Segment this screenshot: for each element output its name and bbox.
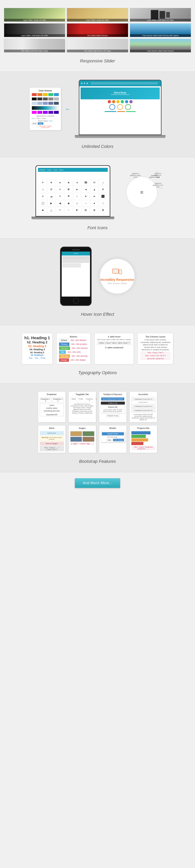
swatch[interactable]: [54, 111, 59, 114]
bootstrap-accordion-box: Accordion Collapsible Group Item #1 Cont…: [129, 392, 157, 422]
popover-header: Popover title: [102, 406, 124, 408]
slider-thumb-8[interactable]: Flex Slider:Right Word Left Image: [67, 39, 128, 53]
dropdown-something[interactable]: Something else here: [40, 409, 64, 412]
slider-thumb-1[interactable]: Layer Slider: simple 2D slider: [4, 8, 65, 22]
popover-trigger[interactable]: Popover on top: [106, 414, 119, 417]
nav-dot-2: [84, 83, 85, 84]
dropdown-2[interactable]: Dropdown 2 ▾: [52, 398, 64, 403]
tab-bar: Home Profile Dropdown ▾ ▾: [70, 398, 94, 402]
swatch[interactable]: [54, 102, 59, 105]
swatch[interactable]: [48, 97, 53, 100]
link-two[interactable]: Two: [35, 357, 38, 359]
swatch[interactable]: [37, 102, 42, 105]
image-thumb-3: [70, 437, 82, 442]
image-thumb-1: [70, 431, 82, 436]
swatch[interactable]: [54, 93, 59, 96]
swatch[interactable]: [43, 97, 48, 100]
screen-body: Retina Ready A beautiful & functional th…: [79, 86, 161, 134]
search-option-label: Search Option: Clear: [32, 120, 59, 122]
swatch[interactable]: [43, 111, 48, 114]
default-button[interactable]: Default: [59, 339, 69, 342]
icon-cell: ✦: [39, 179, 47, 186]
slider-thumb-4[interactable]: Layer Slider: multi layers 3D slider: [4, 23, 65, 37]
dropdown-separated[interactable]: Separated link: [40, 413, 64, 416]
clear-link[interactable]: Clear: [49, 120, 52, 122]
two-cols-text: Lorem ipsum dolor sit amet, consectetur …: [140, 339, 170, 351]
apply-button[interactable]: Apply: [38, 122, 43, 125]
tab-extra[interactable]: ▾: [94, 398, 98, 402]
swatch[interactable]: [37, 111, 42, 114]
swatch[interactable]: [48, 93, 53, 96]
swatch[interactable]: [32, 93, 37, 96]
slider-thumb-2[interactable]: Layer Slider: simple 3D slider: [67, 8, 128, 22]
dropdown-action[interactable]: Action: [40, 404, 64, 407]
modal-body: One fine body...: [102, 436, 124, 438]
screen-circle-orange: [117, 104, 123, 110]
striped-bar-blue: [131, 431, 151, 434]
font-icons-section: UNIQUE Home Icons About ✦ ★ ♠ ♣ ♦ ☎ ✉: [0, 157, 195, 238]
alert-code: <div class="..." class="btn">: [44, 447, 59, 451]
info-button[interactable]: Info: [59, 350, 66, 354]
dropdown-1[interactable]: Dropdown 1 ▾: [40, 398, 51, 403]
reset-button[interactable]: Reset: [32, 122, 37, 125]
cta-button[interactable]: And Much More...: [75, 478, 120, 488]
slider-thumb-6[interactable]: Trans banner slider:Fade Pictures with c…: [130, 23, 191, 37]
slider-thumb-5[interactable]: Flex Slider:Slider Pictures: [67, 23, 128, 37]
slider-thumb-9[interactable]: Trans banner slider:Fade Pictures: [130, 39, 191, 53]
link-three[interactable]: Three: [40, 357, 45, 359]
danger-button[interactable]: Danger: [59, 359, 69, 362]
logo-text: UNIQUE: [39, 169, 45, 171]
swatch[interactable]: [48, 111, 53, 114]
popover-sim: Popover title Lorem ipsum dolor sit amet…: [101, 405, 125, 413]
tab-sep-1: |: [35, 118, 36, 119]
bootstrap-tooltip-box: Tooltips & Popovers you probably haven't…: [99, 392, 127, 422]
accordion-header-3[interactable]: Collapsible Group Item #3: [131, 409, 155, 412]
swatch[interactable]: [32, 111, 37, 114]
swatch[interactable]: [32, 97, 37, 100]
alert-warning: Warning! Lorem ipsum dolor sit amet.: [40, 436, 64, 441]
accordion-header-2[interactable]: Collapsible Group Item #2: [131, 405, 155, 408]
warning-button[interactable]: Warning: [59, 354, 70, 358]
icon-cell: ◄: [82, 186, 90, 192]
link-one[interactable]: One: [29, 357, 33, 359]
phone-line-3: [62, 262, 89, 262]
slider-thumb-3[interactable]: Layer Slider: multi layers 2D slider: [130, 8, 191, 22]
modal-save-button[interactable]: Save changes: [113, 439, 124, 441]
phone-speaker: [72, 249, 80, 250]
swatch[interactable]: [43, 102, 48, 105]
swatch[interactable]: [43, 93, 48, 96]
color-circle-yellow: [116, 100, 120, 103]
slider-thumb-7[interactable]: Flex Slider:Left Word Right Image: [4, 39, 65, 53]
dropdown-another[interactable]: Another action: [40, 407, 64, 409]
screen-hero-title: Retina Ready: [111, 92, 129, 94]
screen-circle-blue: [109, 104, 115, 110]
phone-home-button[interactable]: [73, 298, 79, 304]
success-button[interactable]: Success: [59, 346, 70, 350]
modal-close-button[interactable]: Close: [106, 439, 112, 441]
tab-two-link[interactable]: Two: [37, 118, 40, 119]
swatch[interactable]: [32, 102, 37, 105]
color-options-label: Appearance & Customize: [32, 115, 59, 117]
primary-button[interactable]: Primary: [59, 343, 69, 346]
swatch[interactable]: [54, 97, 59, 100]
hover-icon-title: Hover Icon Effect: [4, 312, 191, 317]
tab-one-link[interactable]: One: [32, 118, 35, 119]
tooltip-trigger-button[interactable]: you probably haven't heard it: [101, 398, 124, 400]
heading-2: h2. Heading 2: [25, 341, 50, 344]
icon-cell: ■: [39, 207, 47, 213]
color-panel: Color Scheme: [30, 88, 61, 130]
accordion-text: Lorem ipsum dolor sit amet, consectetur …: [131, 413, 155, 421]
laptop-icons-screen: UNIQUE Home Icons About ✦ ★ ♠ ♣ ♦ ☎ ✉: [36, 166, 110, 216]
swatch[interactable]: [48, 102, 53, 105]
swatch[interactable]: [37, 97, 42, 100]
striped-bars: [131, 431, 155, 445]
slider-thumb-4-label: Layer Slider: multi layers 3D slider: [4, 34, 65, 37]
tab-title: Togglable Tab: [70, 393, 94, 396]
tab-dropdown-tab[interactable]: Dropdown ▾: [84, 398, 94, 402]
tab-three-link[interactable]: Three: [42, 118, 46, 119]
tab-profile[interactable]: Profile: [77, 398, 84, 402]
accordion-header-1[interactable]: Collapsible Group Item #1: [131, 398, 155, 401]
icon-cell: ▽: [56, 207, 64, 213]
swatch[interactable]: [37, 93, 42, 96]
tab-home[interactable]: Home: [70, 398, 77, 402]
